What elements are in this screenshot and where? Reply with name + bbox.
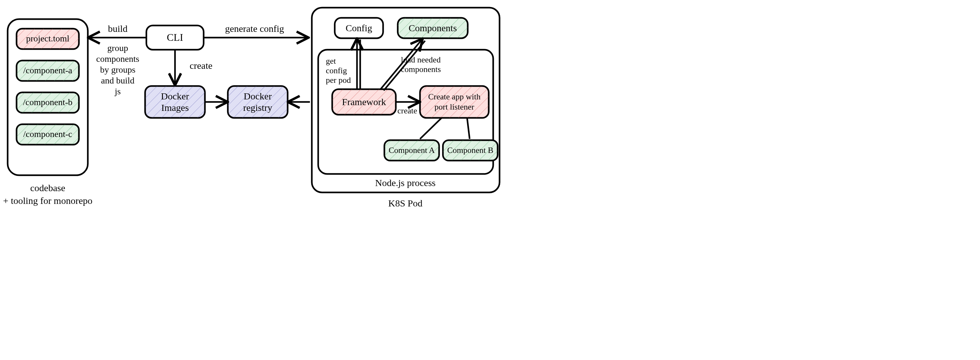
cli-label: CLI <box>167 32 183 43</box>
create-app-l1: Create app with <box>428 92 481 101</box>
docker-images-l1: Docker <box>161 91 189 101</box>
build-note-l1: group <box>107 43 128 53</box>
load-needed-l2: components <box>401 65 441 74</box>
component-a-label: /component-a <box>23 65 73 75</box>
create-label: create <box>189 60 213 71</box>
pod-component-a-node: Component A <box>384 140 439 160</box>
config-node: Config <box>335 18 383 38</box>
svg-rect-27 <box>420 86 489 118</box>
codebase-caption-l2: + tooling for monorepo <box>3 195 92 206</box>
k8s-pod-caption: K8S Pod <box>388 198 423 208</box>
create-app-l2: port listener <box>434 102 474 112</box>
pod-component-a-label: Component A <box>388 146 434 155</box>
edge-app-to-comp-a <box>420 118 442 139</box>
docker-registry-node: Docker registry <box>228 86 288 118</box>
build-note-l3: by groups <box>100 65 135 75</box>
build-note-l2: components <box>96 54 139 64</box>
project-toml-label: project.toml <box>26 34 69 43</box>
component-b-node: /component-b <box>16 93 79 113</box>
component-c-node: /component-c <box>16 124 79 145</box>
architecture-diagram: project.toml /component-a /component-b /… <box>0 0 980 360</box>
build-label: build <box>108 23 127 34</box>
docker-registry-l2: registry <box>243 102 272 113</box>
framework-label: Framework <box>342 96 386 107</box>
cli-node: CLI <box>146 26 204 50</box>
docker-registry-l1: Docker <box>244 91 272 101</box>
edge-cli-build: build group components by groups and bui… <box>89 23 146 96</box>
edge-cli-create-images: create <box>175 50 213 84</box>
load-needed-l1: load needed <box>401 55 441 64</box>
codebase-caption-l1: codebase <box>30 182 65 193</box>
edge-framework-components: load needed components <box>380 40 441 91</box>
build-note-l4: and build <box>101 75 135 85</box>
config-label: Config <box>345 22 372 33</box>
k8s-pod-container: K8S Pod Config Components Node.js proces… <box>312 8 500 208</box>
build-note-l5: js <box>115 86 121 96</box>
generate-config-label: generate config <box>225 23 284 34</box>
get-config-l1: get <box>326 56 336 66</box>
docker-images-l2: Images <box>161 102 189 113</box>
edge-app-to-comp-b <box>467 118 469 139</box>
svg-line-34 <box>380 40 422 89</box>
edge-framework-create-app: create <box>396 102 419 115</box>
create-app-node: Create app with port listener <box>420 86 489 118</box>
get-config-l3: per pod <box>326 75 351 85</box>
nodejs-process-caption: Node.js process <box>375 178 436 188</box>
components-label: Components <box>409 22 457 33</box>
component-a-node: /component-a <box>16 61 79 81</box>
components-node: Components <box>398 18 468 38</box>
component-b-label: /component-b <box>23 97 73 107</box>
project-toml-node: project.toml <box>16 29 79 49</box>
edge-framework-config: get config per pod <box>326 40 360 89</box>
codebase-container: project.toml /component-a /component-b /… <box>3 19 92 206</box>
get-config-l2: config <box>326 66 347 75</box>
pod-component-b-label: Component B <box>447 146 493 155</box>
create-edge-label: create <box>398 106 417 115</box>
component-c-label: /component-c <box>23 129 72 139</box>
docker-images-node: Docker Images <box>145 86 205 118</box>
edge-cli-generate-config: generate config <box>204 23 307 38</box>
pod-component-b-node: Component B <box>443 140 498 160</box>
framework-node: Framework <box>332 89 396 115</box>
